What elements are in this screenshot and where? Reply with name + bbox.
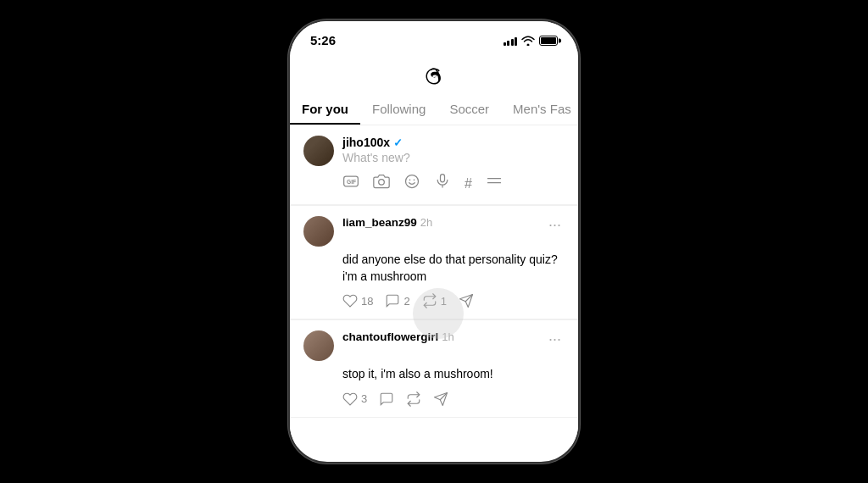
tab-following[interactable]: Following xyxy=(360,95,437,125)
compose-username: jiho100x ✓ xyxy=(342,136,565,149)
post-chantou-menu[interactable]: ··· xyxy=(545,330,565,348)
tabs-container: For you Following Soccer Men's Fas xyxy=(290,95,578,125)
emoji-button[interactable] xyxy=(403,173,420,194)
wifi-icon xyxy=(521,36,535,46)
compose-right: jiho100x ✓ What's new? GIF xyxy=(342,136,565,194)
repost-icon xyxy=(406,391,421,407)
threads-logo xyxy=(290,53,578,95)
compose-placeholder[interactable]: What's new? xyxy=(342,151,565,164)
hashtag-button[interactable]: # xyxy=(465,176,472,192)
post-chantou-comment[interactable] xyxy=(379,391,394,407)
post-chantou-username: chantouflowergirl 1h xyxy=(342,330,454,343)
post-chantou-body: stop it, i'm also a mushroom! xyxy=(342,366,565,383)
post-liam-username: liam_beanz99 2h xyxy=(342,216,432,229)
svg-text:GIF: GIF xyxy=(347,179,356,185)
share-icon xyxy=(433,391,448,407)
repost-icon xyxy=(422,293,437,308)
signal-icon xyxy=(504,36,518,46)
post-liam-body: did anyone else do that personality quiz… xyxy=(342,252,565,285)
post-liam-actions: 18 2 1 xyxy=(342,293,565,308)
heart-icon xyxy=(342,391,358,407)
tab-mens-fas[interactable]: Men's Fas xyxy=(501,95,578,125)
post-liam-header-left: liam_beanz99 2h xyxy=(303,216,432,247)
post-liam-like[interactable]: 18 xyxy=(342,293,373,308)
post-chantou-header: chantouflowergirl 1h ··· xyxy=(303,330,565,361)
compose-section: jiho100x ✓ What's new? GIF xyxy=(290,125,578,205)
post-liam-header: liam_beanz99 2h ··· xyxy=(303,216,565,247)
post-chantou-avatar xyxy=(303,330,334,361)
svg-point-5 xyxy=(414,180,415,181)
status-icons xyxy=(504,36,559,46)
svg-point-2 xyxy=(379,180,385,186)
share-icon xyxy=(459,293,474,308)
svg-point-4 xyxy=(409,180,411,181)
tab-for-you[interactable]: For you xyxy=(290,95,360,125)
post-chantou-header-left: chantouflowergirl 1h xyxy=(303,330,454,361)
comment-icon xyxy=(379,391,394,407)
post-chantou-meta: chantouflowergirl 1h xyxy=(342,330,454,343)
tab-soccer[interactable]: Soccer xyxy=(437,95,501,125)
more-options-button[interactable] xyxy=(486,173,503,194)
gif-button[interactable]: GIF xyxy=(342,173,359,194)
battery-icon xyxy=(539,36,558,46)
post-liam-comment[interactable]: 2 xyxy=(385,293,409,308)
compose-avatar xyxy=(303,136,334,166)
post-chantou-like[interactable]: 3 xyxy=(342,391,367,407)
post-liam-meta: liam_beanz99 2h xyxy=(342,216,432,229)
status-bar: 5:26 xyxy=(290,21,578,53)
post-liam-repost[interactable]: 1 xyxy=(422,293,447,308)
heart-icon xyxy=(342,293,358,308)
mic-button[interactable] xyxy=(434,173,451,194)
post-chantou-actions: 3 xyxy=(342,391,565,407)
comment-icon xyxy=(385,293,400,308)
status-time: 5:26 xyxy=(310,33,336,47)
post-liam-menu[interactable]: ··· xyxy=(545,216,565,234)
post-chantou-repost[interactable] xyxy=(406,391,421,407)
post-chantou: chantouflowergirl 1h ··· stop it, i'm al… xyxy=(290,320,578,418)
camera-button[interactable] xyxy=(373,173,390,194)
verified-badge: ✓ xyxy=(393,136,403,149)
threads-logo-icon xyxy=(420,59,448,86)
content-area: jiho100x ✓ What's new? GIF xyxy=(290,125,578,447)
post-liam-share[interactable] xyxy=(459,293,474,308)
compose-actions: GIF xyxy=(342,173,565,194)
post-liam-avatar xyxy=(303,216,334,247)
svg-point-3 xyxy=(406,175,419,188)
post-liam: liam_beanz99 2h ··· did anyone else do t… xyxy=(290,206,578,319)
svg-rect-6 xyxy=(441,175,445,182)
phone-frame: 5:26 For you xyxy=(290,21,578,462)
post-chantou-share[interactable] xyxy=(433,391,448,407)
